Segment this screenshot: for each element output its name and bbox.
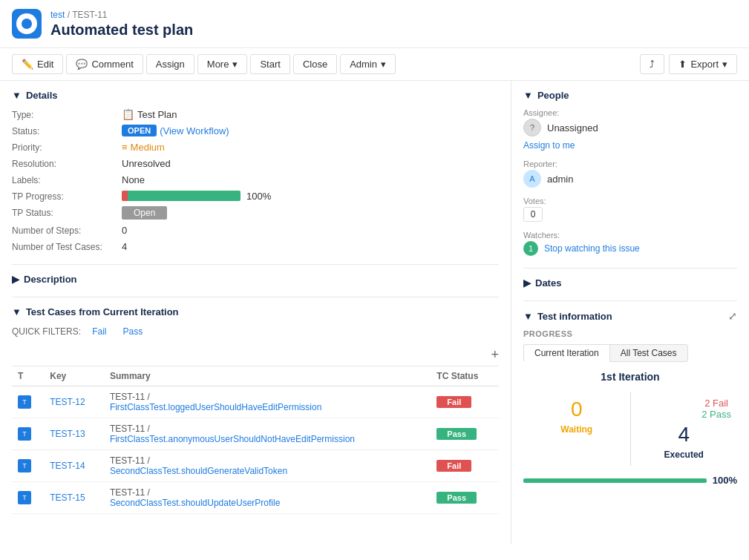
stats-row: 0 Waiting 2 Fail 2 Pass 4 Executed (523, 392, 737, 466)
tab-current-iteration[interactable]: Current Iteration (523, 344, 609, 362)
waiting-label: Waiting (529, 424, 624, 435)
app-header: test / TEST-11 Automated test plan (0, 0, 749, 48)
row-type-icon: T (12, 418, 44, 450)
pass-count: 2 Pass (701, 409, 731, 420)
num-tc-label: Number of Test Cases: (12, 240, 116, 252)
app-logo-pupil (22, 19, 32, 29)
main-layout: ▼ Details Type: 📋 Test Plan Status: OPEN… (0, 81, 749, 544)
details-grid: Type: 📋 Test Plan Status: OPEN (View Wor… (12, 108, 499, 252)
row-type-icon: T (12, 482, 44, 514)
row-type-icon: T (12, 386, 44, 418)
waiting-count: 0 (529, 398, 624, 421)
admin-label: Admin (350, 59, 377, 70)
people-section-title: People (537, 90, 569, 101)
row-summary-link[interactable]: FirstClassTest.loggedUserShouldHaveEditP… (110, 402, 321, 412)
reporter-avatar: A (523, 170, 541, 188)
breadcrumb: test / TEST-11 (50, 10, 193, 20)
assign-me-link[interactable]: Assign to me (523, 140, 575, 151)
admin-button[interactable]: Admin ▾ (340, 54, 396, 74)
num-tc-value: 4 (122, 240, 499, 252)
row-summary-link[interactable]: SecondClassTest.shouldUpdateUserProfile (110, 498, 280, 508)
fail-count: 2 Fail (701, 398, 731, 409)
more-chevron-icon: ▾ (232, 59, 238, 70)
sidebar: ▼ People Assignee: ? Unassigned Assign t… (511, 81, 749, 544)
row-summary-prefix: TEST-11 / (110, 424, 425, 434)
breadcrumb-separator: / (68, 10, 70, 20)
filter-fail-button[interactable]: Fail (87, 325, 111, 338)
status-value: OPEN (View Workflow) (122, 125, 499, 136)
admin-chevron-icon: ▾ (381, 59, 386, 70)
row-key: TEST-15 (44, 482, 104, 514)
comment-button[interactable]: 💬 Comment (66, 54, 143, 74)
row-key-link[interactable]: TEST-12 (50, 397, 85, 407)
people-section-header[interactable]: ▼ People (523, 90, 737, 101)
more-label: More (207, 59, 229, 70)
tc-type-icon: T (18, 491, 31, 504)
expand-icon[interactable]: ⤢ (728, 310, 737, 322)
close-label: Close (303, 59, 327, 70)
row-key-link[interactable]: TEST-14 (50, 461, 85, 471)
row-status-badge: Fail (436, 460, 471, 472)
test-info-section-title-row[interactable]: ▼ Test information (523, 311, 612, 322)
watchers-count: 1 (523, 241, 538, 256)
assign-button[interactable]: Assign (146, 54, 194, 74)
type-text: Test Plan (137, 109, 177, 120)
votes-count[interactable]: 0 (523, 207, 543, 222)
description-toggle-icon: ▶ (12, 274, 19, 285)
stop-watching-link[interactable]: Stop watching this issue (544, 243, 640, 254)
resolution-label: Resolution: (12, 157, 116, 169)
main-content: ▼ Details Type: 📋 Test Plan Status: OPEN… (0, 81, 511, 544)
row-type-icon: T (12, 450, 44, 482)
row-summary: TEST-11 / SecondClassTest.shouldUpdateUs… (104, 482, 431, 514)
test-cases-section-header[interactable]: ▼ Test Cases from Current Iteration (12, 306, 499, 317)
assignee-avatar: ? (523, 119, 541, 136)
breadcrumb-issue-key: TEST-11 (72, 10, 107, 20)
test-cases-section-title: Test Cases from Current Iteration (26, 306, 179, 317)
breadcrumb-project[interactable]: test (50, 10, 65, 20)
row-key: TEST-13 (44, 418, 104, 450)
more-button[interactable]: More ▾ (197, 54, 248, 74)
edit-icon: ✏️ (22, 59, 33, 70)
progress-pct: 100% (246, 191, 271, 202)
share-button[interactable]: ⤴ (640, 54, 664, 74)
watchers-label: Watchers: (523, 231, 737, 240)
row-key-link[interactable]: TEST-13 (50, 429, 85, 439)
share-icon: ⤴ (650, 59, 655, 70)
description-section-title: Description (24, 274, 77, 285)
dates-toggle-icon: ▶ (523, 277, 531, 289)
description-section: ▶ Description (12, 274, 499, 285)
details-toggle-icon: ▼ (12, 90, 22, 101)
divider-1 (12, 264, 499, 265)
reporter-value: admin (547, 174, 573, 185)
export-label: Export (690, 59, 719, 70)
view-workflow-link[interactable]: (View Workflow) (160, 125, 229, 136)
test-info-section-title: Test information (537, 311, 612, 322)
details-section-header[interactable]: ▼ Details (12, 90, 499, 101)
reporter-label: Reporter: (523, 159, 737, 168)
tc-type-icon: T (18, 459, 31, 472)
quick-filters-label: QUICK FILTERS: (12, 326, 81, 337)
row-summary-link[interactable]: FirstClassTest.anonymousUserShouldNotHav… (110, 434, 355, 444)
people-toggle-icon: ▼ (523, 90, 533, 101)
header-title-block: test / TEST-11 Automated test plan (50, 10, 193, 39)
row-status-badge: Pass (436, 492, 477, 504)
col-key: Key (44, 366, 104, 386)
dates-section-header[interactable]: ▶ Dates (523, 277, 737, 289)
test-info-section: ▼ Test information ⤢ PROGRESS Current It… (523, 310, 737, 486)
start-button[interactable]: Start (250, 54, 290, 74)
edit-button[interactable]: ✏️ Edit (12, 54, 63, 74)
row-key-link[interactable]: TEST-15 (50, 493, 85, 503)
row-summary-link[interactable]: SecondClassTest.shouldGenerateValidToken (110, 466, 287, 476)
dates-section-title: Dates (535, 277, 561, 289)
close-button[interactable]: Close (293, 54, 337, 74)
description-section-header[interactable]: ▶ Description (12, 274, 499, 285)
export-button[interactable]: ⬆ Export ▾ (669, 54, 737, 74)
votes-label: Votes: (523, 197, 737, 205)
tab-all-test-cases[interactable]: All Test Cases (609, 344, 688, 362)
filter-pass-button[interactable]: Pass (117, 325, 148, 338)
assignee-row: ? Unassigned (523, 119, 737, 136)
toolbar: ✏️ Edit 💬 Comment Assign More ▾ Start Cl… (0, 48, 749, 81)
row-summary: TEST-11 / FirstClassTest.loggedUserShoul… (104, 386, 431, 418)
row-status: Pass (431, 482, 499, 514)
add-test-case-button[interactable]: + (491, 347, 499, 363)
